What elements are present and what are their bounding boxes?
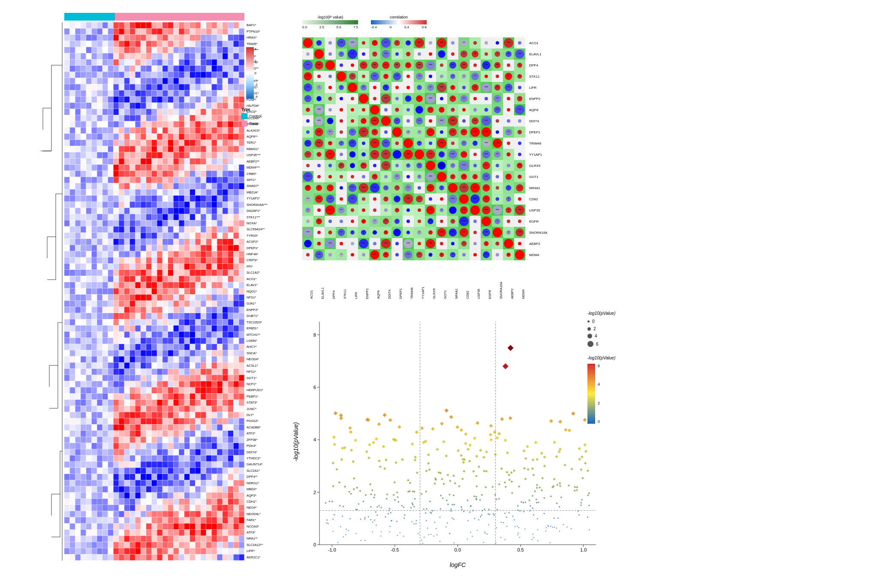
svg-marker-421: [397, 425, 401, 429]
svg-marker-209: [411, 443, 414, 446]
svg-marker-101: [452, 474, 455, 477]
svg-marker-263: [489, 433, 492, 436]
svg-marker-136: [447, 522, 448, 524]
svg-marker-148: [581, 455, 584, 458]
svg-marker-230: [334, 411, 338, 416]
svg-marker-79: [453, 494, 455, 496]
svg-marker-76: [564, 428, 568, 432]
svg-marker-430: [458, 485, 460, 487]
svg-marker-233: [489, 438, 493, 441]
svg-marker-251: [449, 415, 453, 419]
svg-marker-89: [546, 527, 547, 528]
svg-marker-254: [369, 483, 371, 485]
svg-marker-183: [325, 502, 326, 504]
svg-marker-400: [506, 451, 509, 454]
corr-row-label: DPEP1: [527, 127, 557, 138]
svg-marker-306: [557, 517, 559, 519]
svg-marker-283: [389, 526, 391, 527]
svg-marker-226: [500, 537, 502, 538]
svg-marker-297: [476, 496, 478, 498]
svg-marker-401: [426, 508, 427, 510]
svg-marker-61: [449, 494, 451, 496]
legend-ticks: 4 2 0 -2 -4: [255, 47, 258, 99]
svg-marker-96: [447, 504, 449, 505]
color-bar-cyan: [64, 13, 115, 21]
svg-marker-391: [479, 449, 482, 452]
svg-marker-257: [481, 494, 483, 496]
corr-row-label: EGFR: [527, 216, 557, 227]
svg-marker-132: [411, 502, 413, 504]
svg-marker-284: [446, 500, 448, 502]
svg-marker-185: [508, 479, 511, 481]
svg-marker-121: [485, 533, 486, 534]
svg-marker-291: [415, 520, 417, 521]
svg-marker-355: [537, 501, 539, 503]
svg-marker-153: [354, 439, 357, 442]
svg-marker-51: [566, 526, 568, 528]
svg-marker-356: [549, 419, 553, 423]
svg-marker-314: [500, 522, 502, 523]
svg-marker-223: [485, 470, 488, 473]
volcano-size-0: 0: [587, 319, 652, 324]
svg-marker-141: [476, 421, 479, 425]
svg-marker-276: [532, 458, 535, 461]
svg-marker-186: [589, 529, 590, 531]
svg-marker-138: [460, 454, 463, 457]
svg-marker-319: [331, 501, 333, 502]
svg-marker-455: [504, 539, 506, 540]
svg-marker-311: [559, 485, 561, 487]
svg-marker-285: [334, 514, 335, 516]
svg-marker-173: [425, 491, 427, 493]
svg-marker-357: [394, 481, 396, 484]
svg-marker-278: [580, 504, 582, 506]
svg-marker-182: [529, 510, 531, 512]
svg-marker-206: [475, 455, 478, 458]
svg-marker-168: [375, 437, 378, 440]
heatmap-legend: 4 2 0 -2 -4: [238, 47, 262, 99]
type-legend: Type Control Treat: [241, 107, 262, 128]
corr-col-label: SNORA16A: [492, 260, 503, 299]
svg-marker-75: [497, 432, 501, 435]
svg-marker-111: [528, 499, 530, 501]
corr-col-label: LIFR: [347, 260, 358, 299]
svg-marker-465: [352, 460, 355, 463]
svg-marker-344: [533, 537, 534, 538]
svg-marker-129: [510, 471, 513, 474]
volcano-size-label-0: 0: [592, 319, 595, 324]
svg-marker-435: [536, 484, 538, 486]
volcano-svg: -1.0-0.50.00.51.002468logFC-log10(pValue…: [292, 311, 605, 573]
svg-marker-317: [370, 506, 372, 508]
legend-tick-2: 2: [255, 59, 258, 63]
volcano-size-dot-2: [587, 327, 591, 331]
svg-marker-239: [587, 470, 589, 472]
svg-marker-427: [422, 543, 424, 544]
svg-marker-415: [353, 477, 355, 480]
svg-text:0.0: 0.0: [455, 547, 461, 552]
svg-text:0.5: 0.5: [517, 547, 524, 552]
svg-marker-180: [452, 504, 453, 506]
svg-marker-348: [461, 506, 462, 508]
svg-marker-146: [345, 534, 346, 535]
svg-marker-178: [401, 505, 403, 507]
svg-marker-434: [498, 483, 500, 485]
svg-marker-318: [413, 506, 415, 507]
svg-marker-222: [421, 540, 422, 541]
correlation-scale: correlation -0.4 0 0.4 0.8: [371, 15, 427, 29]
svg-marker-60: [482, 456, 485, 459]
svg-marker-277: [365, 450, 368, 453]
svg-marker-392: [338, 481, 341, 484]
svg-marker-157: [558, 506, 560, 508]
svg-marker-383: [532, 495, 534, 497]
svg-marker-463: [364, 517, 366, 519]
corr-col-label: USP35: [470, 260, 481, 299]
svg-marker-451: [558, 420, 562, 424]
svg-marker-468: [429, 501, 431, 502]
svg-marker-249: [436, 528, 437, 529]
svg-marker-368: [480, 516, 482, 518]
corr-col-label: NR4A1: [447, 260, 458, 299]
svg-marker-238: [503, 522, 504, 523]
svg-marker-441: [332, 461, 335, 464]
svg-marker-213: [537, 540, 539, 541]
svg-marker-321: [496, 498, 498, 501]
svg-marker-447: [370, 493, 372, 495]
